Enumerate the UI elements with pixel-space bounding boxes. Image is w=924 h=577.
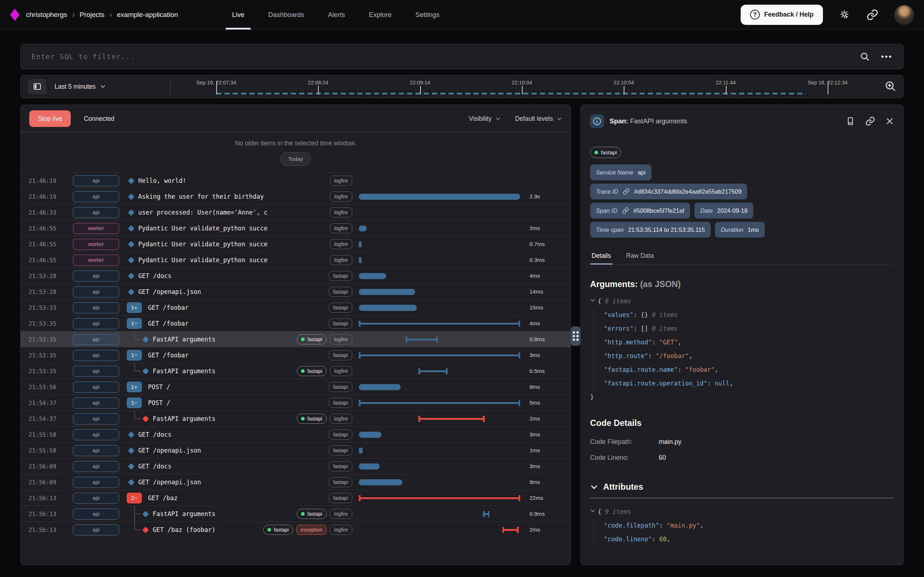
service-tag-api[interactable]: api [73, 413, 119, 424]
scope-pill-fastapi: fastapi [329, 461, 352, 471]
trace-row[interactable]: 21:53:56 api 1+POST / fastapi 8ms [21, 379, 571, 395]
metadata-chip-trace-id[interactable]: Trace ID #d834c3374dd6fa2e4aa82a55ab2175… [590, 184, 747, 200]
nav-tab-live[interactable]: Live [232, 0, 244, 29]
default-levels-dropdown[interactable]: Default levels [515, 115, 562, 122]
sql-filter-input[interactable]: Enter SQL to filter... ••• [20, 44, 904, 69]
panel-view-icon[interactable] [846, 116, 855, 126]
trace-row[interactable]: 21:54:37 api 1−POST / fastapi 5ms [21, 395, 571, 410]
trace-row[interactable]: 21:56:13 api FastAPI arguments fastapilo… [21, 506, 571, 521]
trace-row[interactable]: 21:46:33 api user processed: User(name='… [21, 204, 571, 220]
detail-tab-details[interactable]: Details [590, 248, 612, 264]
chip-label: Service Name [596, 169, 633, 176]
service-tag-worker[interactable]: worker [73, 255, 119, 266]
service-tag-api[interactable]: api [73, 191, 119, 202]
trace-row[interactable]: 21:53:35 api 1−GET /foobar fastapi 4ms [21, 315, 571, 331]
service-tag-api[interactable]: api [73, 318, 119, 329]
trace-row[interactable]: 21:53:28 api GET /openapi.json fastapi 1… [21, 284, 571, 299]
trace-row[interactable]: 21:46:55 worker Pydantic User validate_p… [21, 252, 571, 268]
breadcrumb-projects[interactable]: Projects [80, 11, 105, 19]
search-icon[interactable] [859, 51, 870, 62]
live-header: Stop live Connected Visibility Default l… [21, 105, 571, 133]
row-duration-track [359, 205, 520, 220]
service-tag-api[interactable]: api [73, 286, 119, 298]
service-tag-api[interactable]: api [73, 302, 119, 313]
trace-row[interactable]: 21:46:19 api Hello, world! logfire [21, 172, 571, 188]
trace-row[interactable]: 21:46:55 worker Pydantic User validate_p… [21, 220, 571, 236]
chip-value: #d834c3374dd6fa2e4aa82a55ab217509 [634, 188, 741, 195]
more-options-icon[interactable]: ••• [881, 52, 893, 61]
json-open-line: { 6 items [590, 294, 894, 308]
trace-row[interactable]: 21:56:13 api 2−GET /baz fastapi 22ms [21, 490, 571, 506]
span-level-diamond-icon [128, 272, 134, 279]
trace-row[interactable]: 21:55:58 api GET /docs fastapi 3ms [21, 426, 571, 442]
collapse-chevron-icon[interactable] [590, 298, 596, 303]
row-duration-track [359, 189, 520, 205]
nav-tab-explore[interactable]: Explore [369, 0, 392, 29]
trace-row[interactable]: 21:53:33 api 1+GET /foobar fastapi 15ms [21, 299, 571, 315]
user-avatar[interactable] [894, 5, 914, 24]
breadcrumb-org[interactable]: christophergs [26, 11, 67, 19]
service-tag-worker[interactable]: worker [73, 223, 119, 234]
service-tag-api[interactable]: api [73, 508, 119, 520]
theme-toggle-icon[interactable] [839, 9, 850, 21]
nav-tab-alerts[interactable]: Alerts [328, 0, 345, 29]
close-icon[interactable] [885, 117, 894, 126]
share-link-icon[interactable] [866, 9, 879, 21]
service-tag-api[interactable]: api [73, 461, 119, 472]
child-count-badge[interactable]: 2− [127, 493, 142, 503]
service-tag-api[interactable]: api [73, 397, 119, 409]
child-count-badge[interactable]: 1+ [127, 382, 142, 392]
today-button[interactable]: Today [281, 152, 310, 166]
span-level-diamond-icon [142, 336, 149, 343]
child-count-badge[interactable]: 1+ [127, 302, 142, 313]
trace-row[interactable]: 21:46:19 api Asking the user for their b… [21, 188, 571, 204]
child-count-badge[interactable]: 1− [127, 350, 142, 361]
splitter-grip-handle[interactable] [571, 326, 581, 346]
row-duration-value: 8ms [520, 384, 571, 390]
scope-pill-logfire: logfire [330, 509, 352, 519]
breadcrumb-project-name[interactable]: example-application [117, 11, 178, 19]
row-duration-value: 22ms [520, 495, 571, 501]
stop-live-button[interactable]: Stop live [29, 110, 71, 127]
copy-link-icon[interactable] [865, 116, 875, 126]
logfire-logo-icon[interactable] [10, 9, 19, 21]
attributes-heading[interactable]: Attributes [590, 482, 894, 492]
service-tag-api[interactable]: api [73, 524, 119, 535]
service-tag-api[interactable]: api [73, 445, 119, 456]
visibility-dropdown[interactable]: Visibility [469, 115, 501, 122]
timeline-zoom-in-icon[interactable] [884, 80, 897, 93]
service-tag-api[interactable]: api [73, 175, 119, 187]
nav-tab-dashboards[interactable]: Dashboards [268, 0, 304, 29]
service-tag-api[interactable]: api [73, 350, 119, 361]
service-tag-api[interactable]: api [73, 334, 119, 345]
service-tag-api[interactable]: api [73, 382, 119, 393]
service-tag-api[interactable]: api [73, 207, 119, 218]
timeline-track[interactable]: Sep 18, 22:07:34 22:08:24 22:09:14 22:10… [21, 76, 878, 98]
arguments-heading: Arguments: (as JSON) [590, 279, 894, 289]
trace-row[interactable]: 21:55:58 api GET /openapi.json fastapi 1… [21, 442, 571, 458]
service-tag-api[interactable]: api [73, 271, 119, 282]
trace-row[interactable]: 21:54:37 api FastAPI arguments fastapilo… [21, 410, 571, 426]
trace-row[interactable]: 21:56:09 api GET /docs fastapi 3ms [21, 458, 571, 474]
nav-tab-settings[interactable]: Settings [415, 0, 439, 29]
child-count-badge[interactable]: 1− [127, 318, 142, 329]
tree-connector-icon [127, 411, 141, 427]
trace-row[interactable]: 21:53:35 api FastAPI arguments fastapilo… [21, 331, 571, 347]
service-tag-worker[interactable]: worker [73, 239, 119, 250]
detail-tab-raw-data[interactable]: Raw Data [625, 248, 656, 264]
metadata-chip-span-id[interactable]: Span ID #5008bce5f7fe21af [590, 203, 690, 219]
row-duration-track [359, 379, 520, 395]
child-count-badge[interactable]: 1− [127, 397, 142, 408]
service-tag-api[interactable]: api [73, 493, 119, 504]
trace-row[interactable]: 21:53:35 api 1−GET /foobar fastapi 3ms [21, 347, 571, 363]
collapse-chevron-icon[interactable] [590, 508, 596, 514]
trace-row[interactable]: 21:53:28 api GET /docs fastapi 4ms [21, 268, 571, 284]
trace-row[interactable]: 21:56:13 api GET /baz (foobar) fastapiex… [21, 521, 571, 537]
trace-row[interactable]: 21:56:09 api GET /openapi.json fastapi 9… [21, 474, 571, 490]
service-tag-api[interactable]: api [73, 429, 119, 440]
service-tag-api[interactable]: api [73, 477, 119, 488]
feedback-help-button[interactable]: ? Feedback / Help [741, 5, 823, 25]
service-tag-api[interactable]: api [73, 366, 119, 377]
trace-row[interactable]: 21:53:35 api FastAPI arguments fastapilo… [21, 363, 571, 379]
trace-row[interactable]: 21:46:55 worker Pydantic User validate_p… [21, 236, 571, 252]
